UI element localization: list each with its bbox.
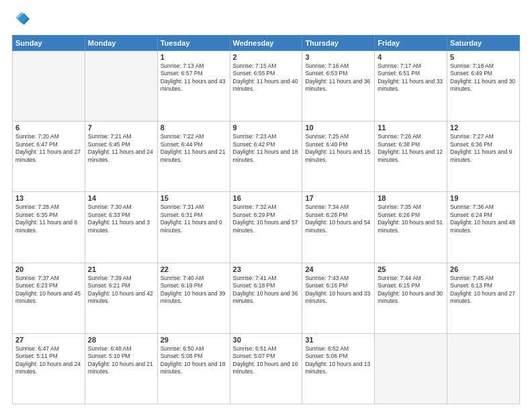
day-number: 30 xyxy=(233,336,300,344)
cell-info: Sunrise: 7:21 AMSunset: 6:45 PMDaylight:… xyxy=(88,133,154,164)
cell-info: Sunrise: 7:37 AMSunset: 6:23 PMDaylight:… xyxy=(15,275,82,306)
logo xyxy=(12,11,34,30)
cell-info: Sunrise: 7:31 AMSunset: 6:31 PMDaylight:… xyxy=(161,203,227,234)
page: SundayMondayTuesdayWednesdayThursdayFrid… xyxy=(0,0,532,411)
calendar-week-2: 6Sunrise: 7:20 AMSunset: 6:47 PMDaylight… xyxy=(13,122,520,192)
calendar-cell: 17Sunrise: 7:34 AMSunset: 6:28 PMDayligh… xyxy=(302,192,375,263)
calendar-cell: 20Sunrise: 7:37 AMSunset: 6:23 PMDayligh… xyxy=(13,263,85,333)
day-number: 31 xyxy=(305,336,371,344)
calendar-header-wednesday: Wednesday xyxy=(230,36,302,51)
cell-info: Sunrise: 6:48 AMSunset: 5:10 PMDaylight:… xyxy=(88,345,154,376)
calendar-cell: 26Sunrise: 7:45 AMSunset: 6:13 PMDayligh… xyxy=(447,263,520,333)
day-number: 11 xyxy=(378,124,444,132)
calendar-cell: 21Sunrise: 7:39 AMSunset: 6:21 PMDayligh… xyxy=(85,263,157,333)
cell-info: Sunrise: 7:43 AMSunset: 6:16 PMDaylight:… xyxy=(305,275,371,306)
cell-info: Sunrise: 7:15 AMSunset: 6:55 PMDaylight:… xyxy=(233,62,300,93)
calendar-header-saturday: Saturday xyxy=(447,36,520,51)
calendar-header-sunday: Sunday xyxy=(13,36,85,51)
calendar-cell: 8Sunrise: 7:22 AMSunset: 6:44 PMDaylight… xyxy=(157,122,230,192)
calendar-cell: 12Sunrise: 7:27 AMSunset: 6:36 PMDayligh… xyxy=(447,122,520,192)
calendar-cell: 13Sunrise: 7:28 AMSunset: 6:35 PMDayligh… xyxy=(13,192,85,263)
cell-info: Sunrise: 7:30 AMSunset: 6:33 PMDaylight:… xyxy=(88,203,154,234)
calendar-cell: 4Sunrise: 7:17 AMSunset: 6:51 PMDaylight… xyxy=(375,51,447,122)
cell-info: Sunrise: 7:32 AMSunset: 6:29 PMDaylight:… xyxy=(233,203,300,234)
calendar-cell: 19Sunrise: 7:36 AMSunset: 6:24 PMDayligh… xyxy=(447,192,520,263)
day-number: 13 xyxy=(15,194,82,202)
calendar-week-3: 13Sunrise: 7:28 AMSunset: 6:35 PMDayligh… xyxy=(13,192,520,263)
calendar-cell: 9Sunrise: 7:23 AMSunset: 6:42 PMDaylight… xyxy=(230,122,302,192)
calendar-week-5: 27Sunrise: 6:47 AMSunset: 5:11 PMDayligh… xyxy=(13,333,520,404)
calendar-week-4: 20Sunrise: 7:37 AMSunset: 6:23 PMDayligh… xyxy=(13,263,520,333)
cell-info: Sunrise: 7:22 AMSunset: 6:44 PMDaylight:… xyxy=(161,133,227,164)
calendar-cell: 22Sunrise: 7:40 AMSunset: 6:19 PMDayligh… xyxy=(157,263,230,333)
day-number: 8 xyxy=(161,124,227,132)
calendar-cell: 10Sunrise: 7:25 AMSunset: 6:40 PMDayligh… xyxy=(302,122,375,192)
day-number: 5 xyxy=(450,53,517,61)
calendar-cell: 5Sunrise: 7:18 AMSunset: 6:49 PMDaylight… xyxy=(447,51,520,122)
cell-info: Sunrise: 7:27 AMSunset: 6:36 PMDaylight:… xyxy=(450,133,517,164)
cell-info: Sunrise: 7:45 AMSunset: 6:13 PMDaylight:… xyxy=(450,275,517,306)
cell-info: Sunrise: 7:25 AMSunset: 6:40 PMDaylight:… xyxy=(305,133,371,164)
day-number: 27 xyxy=(15,336,82,344)
day-number: 4 xyxy=(378,53,444,61)
calendar-cell: 2Sunrise: 7:15 AMSunset: 6:55 PMDaylight… xyxy=(230,51,302,122)
day-number: 14 xyxy=(88,194,154,202)
day-number: 23 xyxy=(233,265,300,273)
cell-info: Sunrise: 6:52 AMSunset: 5:06 PMDaylight:… xyxy=(305,345,371,376)
calendar-cell: 25Sunrise: 7:44 AMSunset: 6:15 PMDayligh… xyxy=(375,263,447,333)
day-number: 7 xyxy=(88,124,154,132)
calendar-cell: 23Sunrise: 7:41 AMSunset: 6:18 PMDayligh… xyxy=(230,263,302,333)
cell-info: Sunrise: 7:35 AMSunset: 6:26 PMDaylight:… xyxy=(378,203,444,234)
calendar-cell: 30Sunrise: 6:51 AMSunset: 5:07 PMDayligh… xyxy=(230,333,302,404)
day-number: 2 xyxy=(233,53,300,61)
calendar-cell xyxy=(447,333,520,404)
cell-info: Sunrise: 7:20 AMSunset: 6:47 PMDaylight:… xyxy=(15,133,82,164)
logo-icon xyxy=(12,11,31,30)
day-number: 21 xyxy=(88,265,154,273)
cell-info: Sunrise: 7:44 AMSunset: 6:15 PMDaylight:… xyxy=(378,275,444,306)
day-number: 15 xyxy=(161,194,227,202)
day-number: 25 xyxy=(378,265,444,273)
day-number: 18 xyxy=(378,194,444,202)
header xyxy=(12,11,520,30)
cell-info: Sunrise: 7:28 AMSunset: 6:35 PMDaylight:… xyxy=(15,203,82,234)
calendar-week-1: 1Sunrise: 7:13 AMSunset: 6:57 PMDaylight… xyxy=(13,51,520,122)
calendar-cell: 18Sunrise: 7:35 AMSunset: 6:26 PMDayligh… xyxy=(375,192,447,263)
cell-info: Sunrise: 7:41 AMSunset: 6:18 PMDaylight:… xyxy=(233,275,300,306)
calendar-cell: 31Sunrise: 6:52 AMSunset: 5:06 PMDayligh… xyxy=(302,333,375,404)
cell-info: Sunrise: 6:51 AMSunset: 5:07 PMDaylight:… xyxy=(233,345,300,376)
cell-info: Sunrise: 7:18 AMSunset: 6:49 PMDaylight:… xyxy=(450,62,517,93)
day-number: 20 xyxy=(15,265,82,273)
cell-info: Sunrise: 7:17 AMSunset: 6:51 PMDaylight:… xyxy=(378,62,444,93)
calendar-cell: 28Sunrise: 6:48 AMSunset: 5:10 PMDayligh… xyxy=(85,333,157,404)
cell-info: Sunrise: 7:40 AMSunset: 6:19 PMDaylight:… xyxy=(161,275,227,306)
day-number: 29 xyxy=(161,336,227,344)
day-number: 3 xyxy=(305,53,371,61)
cell-info: Sunrise: 7:13 AMSunset: 6:57 PMDaylight:… xyxy=(161,62,227,93)
day-number: 9 xyxy=(233,124,300,132)
calendar-cell: 29Sunrise: 6:50 AMSunset: 5:08 PMDayligh… xyxy=(157,333,230,404)
cell-info: Sunrise: 7:39 AMSunset: 6:21 PMDaylight:… xyxy=(88,275,154,306)
calendar-cell: 3Sunrise: 7:16 AMSunset: 6:53 PMDaylight… xyxy=(302,51,375,122)
calendar-table: SundayMondayTuesdayWednesdayThursdayFrid… xyxy=(12,35,520,404)
calendar-header-thursday: Thursday xyxy=(302,36,375,51)
calendar-header-tuesday: Tuesday xyxy=(157,36,230,51)
calendar-header-friday: Friday xyxy=(375,36,447,51)
calendar-header-monday: Monday xyxy=(85,36,157,51)
cell-info: Sunrise: 6:47 AMSunset: 5:11 PMDaylight:… xyxy=(15,345,82,376)
calendar-cell: 14Sunrise: 7:30 AMSunset: 6:33 PMDayligh… xyxy=(85,192,157,263)
day-number: 26 xyxy=(450,265,517,273)
calendar-header-row: SundayMondayTuesdayWednesdayThursdayFrid… xyxy=(13,36,520,51)
cell-info: Sunrise: 7:16 AMSunset: 6:53 PMDaylight:… xyxy=(305,62,371,93)
cell-info: Sunrise: 7:34 AMSunset: 6:28 PMDaylight:… xyxy=(305,203,371,234)
day-number: 6 xyxy=(15,124,82,132)
cell-info: Sunrise: 7:26 AMSunset: 6:38 PMDaylight:… xyxy=(378,133,444,164)
day-number: 19 xyxy=(450,194,517,202)
calendar-cell: 15Sunrise: 7:31 AMSunset: 6:31 PMDayligh… xyxy=(157,192,230,263)
cell-info: Sunrise: 6:50 AMSunset: 5:08 PMDaylight:… xyxy=(161,345,227,376)
day-number: 10 xyxy=(305,124,371,132)
calendar-cell: 6Sunrise: 7:20 AMSunset: 6:47 PMDaylight… xyxy=(13,122,85,192)
day-number: 12 xyxy=(450,124,517,132)
calendar-cell: 11Sunrise: 7:26 AMSunset: 6:38 PMDayligh… xyxy=(375,122,447,192)
calendar-cell: 16Sunrise: 7:32 AMSunset: 6:29 PMDayligh… xyxy=(230,192,302,263)
